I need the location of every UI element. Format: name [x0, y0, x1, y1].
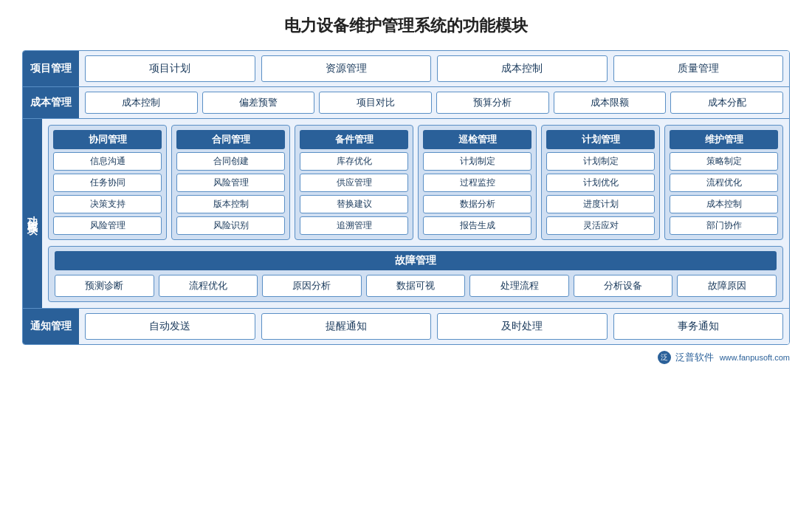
cost-row: 成本管理 成本控制偏差预警项目对比预算分析成本限额成本分配	[23, 87, 789, 119]
notification-cells: 自动发送提醒通知及时处理事务通知	[79, 309, 789, 344]
project-label: 项目管理	[23, 51, 79, 86]
cost-cell: 成本分配	[670, 92, 783, 114]
notification-cell: 事务通知	[613, 313, 784, 340]
func-row: 功能模块 协同管理信息沟通任务协同决策支持风险管理合同管理合同创建风险管理版本控…	[23, 119, 789, 309]
module-item: 流程优化	[670, 174, 778, 192]
cost-cell: 成本限额	[554, 92, 667, 114]
watermark-name: 泛普软件	[675, 351, 714, 364]
module-block: 合同管理合同创建风险管理版本控制风险识别	[171, 125, 290, 240]
notification-cell: 及时处理	[437, 313, 608, 340]
module-title: 备件管理	[300, 130, 408, 149]
module-block: 巡检管理计划制定过程监控数据分析报告生成	[418, 125, 537, 240]
notification-label: 通知管理	[23, 309, 79, 344]
module-item: 任务协同	[53, 174, 162, 192]
module-item: 计划制定	[423, 152, 531, 171]
fault-items: 预测诊断流程优化原因分析数据可视处理流程分析设备故障原因	[55, 275, 777, 297]
module-item: 供应管理	[300, 174, 408, 192]
main-container: 项目管理 项目计划资源管理成本控制质量管理 成本管理 成本控制偏差预警项目对比预…	[22, 50, 790, 345]
module-block: 协同管理信息沟通任务协同决策支持风险管理	[48, 125, 167, 240]
module-item: 合同创建	[176, 152, 285, 171]
fault-item: 数据可视	[366, 275, 466, 297]
project-cell: 资源管理	[261, 55, 432, 82]
module-block: 维护管理策略制定流程优化成本控制部门协作	[664, 125, 783, 240]
module-item: 部门协作	[670, 216, 778, 235]
module-item: 信息沟通	[53, 152, 162, 171]
module-item: 灵活应对	[546, 216, 655, 235]
notification-cell: 提醒通知	[261, 313, 432, 340]
module-item: 决策支持	[53, 195, 162, 213]
func-content: 协同管理信息沟通任务协同决策支持风险管理合同管理合同创建风险管理版本控制风险识别…	[42, 119, 789, 308]
module-item: 计划优化	[546, 174, 655, 192]
module-item: 库存优化	[300, 152, 408, 171]
fault-item: 故障原因	[677, 275, 777, 297]
module-title: 维护管理	[670, 130, 778, 149]
module-item: 风险管理	[53, 216, 162, 235]
project-cell: 项目计划	[85, 55, 255, 82]
module-title: 计划管理	[546, 130, 655, 149]
notification-cell: 自动发送	[85, 313, 255, 340]
module-item: 风险识别	[176, 216, 285, 235]
module-item: 报告生成	[423, 216, 531, 235]
module-item: 风险管理	[176, 174, 285, 192]
page-title: 电力设备维护管理系统的功能模块	[284, 15, 528, 37]
func-modules: 协同管理信息沟通任务协同决策支持风险管理合同管理合同创建风险管理版本控制风险识别…	[48, 125, 783, 240]
project-cell: 质量管理	[613, 55, 784, 82]
module-title: 巡检管理	[423, 130, 531, 149]
module-item: 计划制定	[546, 152, 655, 171]
fault-item: 处理流程	[469, 275, 569, 297]
module-item: 策略制定	[670, 152, 778, 171]
fault-title: 故障管理	[55, 251, 777, 270]
watermark: 泛 泛普软件 www.fanpusoft.com	[658, 351, 790, 364]
module-item: 追溯管理	[300, 216, 408, 235]
cost-cells: 成本控制偏差预警项目对比预算分析成本限额成本分配	[79, 87, 789, 118]
module-block: 备件管理库存优化供应管理替换建议追溯管理	[295, 125, 413, 240]
func-label: 功能模块	[23, 119, 42, 308]
cost-cell: 偏差预警	[202, 92, 315, 114]
fault-item: 原因分析	[262, 275, 362, 297]
module-item: 数据分析	[423, 195, 531, 213]
module-item: 成本控制	[670, 195, 778, 213]
notification-row: 通知管理 自动发送提醒通知及时处理事务通知	[23, 309, 789, 344]
module-item: 进度计划	[546, 195, 655, 213]
watermark-url: www.fanpusoft.com	[720, 353, 790, 362]
fault-item: 流程优化	[159, 275, 258, 297]
fault-section: 故障管理 预测诊断流程优化原因分析数据可视处理流程分析设备故障原因	[48, 246, 783, 302]
fault-item: 预测诊断	[55, 275, 154, 297]
module-title: 合同管理	[176, 130, 285, 149]
module-item: 过程监控	[423, 174, 531, 192]
project-cell: 成本控制	[437, 55, 608, 82]
module-item: 版本控制	[176, 195, 285, 213]
logo-icon: 泛	[658, 351, 671, 364]
module-title: 协同管理	[53, 130, 162, 149]
module-block: 计划管理计划制定计划优化进度计划灵活应对	[541, 125, 660, 240]
cost-cell: 成本控制	[85, 92, 198, 114]
module-item: 替换建议	[300, 195, 408, 213]
cost-label: 成本管理	[23, 87, 79, 118]
fault-item: 分析设备	[574, 275, 673, 297]
cost-cell: 预算分析	[436, 92, 549, 114]
cost-cell: 项目对比	[319, 92, 432, 114]
project-cells: 项目计划资源管理成本控制质量管理	[79, 51, 789, 86]
project-row: 项目管理 项目计划资源管理成本控制质量管理	[23, 51, 789, 87]
